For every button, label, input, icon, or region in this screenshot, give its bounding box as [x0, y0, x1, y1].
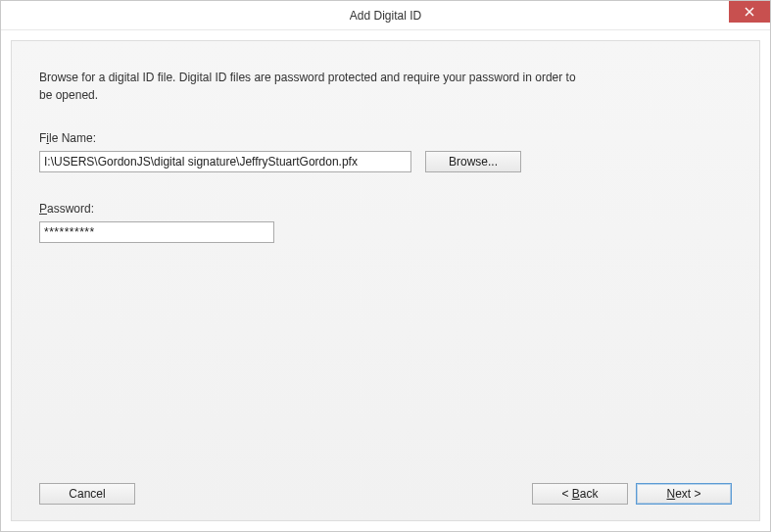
next-button[interactable]: Next >	[636, 483, 732, 505]
dialog-window: Add Digital ID Browse for a digital ID f…	[0, 0, 771, 532]
back-button[interactable]: < Back	[532, 483, 628, 505]
main-panel: Browse for a digital ID file. Digital ID…	[11, 40, 760, 521]
password-row	[39, 221, 732, 243]
file-row: Browse...	[39, 151, 732, 172]
instructions-text: Browse for a digital ID file. Digital ID…	[39, 69, 588, 104]
content-outer: Browse for a digital ID file. Digital ID…	[1, 30, 770, 531]
titlebar: Add Digital ID	[1, 1, 770, 30]
footer: Cancel < Back Next >	[39, 473, 732, 505]
window-title: Add Digital ID	[350, 9, 421, 23]
file-name-label: File Name:	[39, 131, 732, 145]
close-icon	[745, 7, 754, 17]
cancel-button[interactable]: Cancel	[39, 483, 135, 505]
file-name-input[interactable]	[39, 151, 411, 172]
password-label: Password:	[39, 202, 732, 216]
password-input[interactable]	[39, 221, 274, 243]
close-button[interactable]	[729, 1, 770, 23]
browse-button[interactable]: Browse...	[425, 151, 521, 172]
